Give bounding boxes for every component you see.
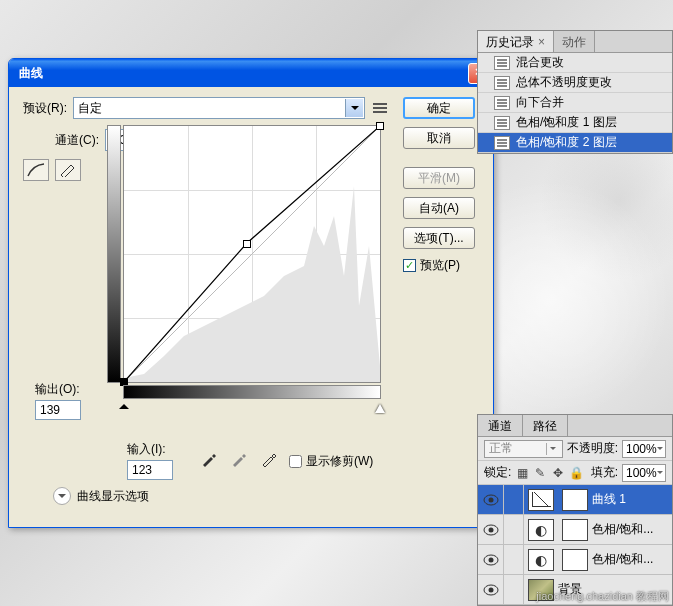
history-item[interactable]: 向下合并 [478, 93, 672, 113]
history-step-icon [494, 96, 510, 110]
curves-graph[interactable] [123, 125, 381, 383]
link-col [504, 545, 524, 574]
visibility-toggle[interactable] [478, 515, 504, 544]
dialog-titlebar[interactable]: 曲线 × [9, 59, 493, 87]
eyedropper-gray-icon[interactable] [229, 449, 249, 469]
expand-icon[interactable] [53, 487, 71, 505]
preview-label: 预览(P) [420, 257, 460, 274]
link-col [504, 485, 524, 514]
link-col [504, 515, 524, 544]
fill-label: 填充: [591, 464, 618, 481]
curves-dialog: 曲线 × 预设(R): 自定 通道(C): RGB [8, 58, 494, 528]
layer-thumb-icon [528, 579, 554, 601]
layer-name: 色相/饱和... [592, 551, 672, 568]
input-block: 输入(I): 123 [127, 441, 191, 480]
history-step-icon [494, 136, 510, 150]
chevron-down-icon [345, 99, 363, 117]
layer-item[interactable]: 曲线 1 [478, 485, 672, 515]
layer-thumb-icon [528, 519, 554, 541]
svg-point-2 [488, 497, 493, 502]
tab-actions[interactable]: 动作 [554, 31, 595, 52]
layer-thumb-icon [528, 489, 554, 511]
layer-item[interactable]: 色相/饱和... [478, 545, 672, 575]
black-point-slider[interactable] [119, 399, 129, 409]
output-gradient [107, 125, 121, 383]
history-item[interactable]: 色相/饱和度 1 图层 [478, 113, 672, 133]
layer-mask-icon [562, 549, 588, 571]
smooth-button: 平滑(M) [403, 167, 475, 189]
curve-tool-icon[interactable] [23, 159, 49, 181]
cancel-button[interactable]: 取消 [403, 127, 475, 149]
close-icon[interactable]: × [538, 35, 545, 49]
visibility-toggle[interactable] [478, 575, 504, 604]
white-point-slider[interactable] [375, 399, 385, 413]
eyedropper-white-icon[interactable] [259, 449, 279, 469]
input-gradient [123, 385, 381, 399]
visibility-toggle[interactable] [478, 485, 504, 514]
history-step-icon [494, 76, 510, 90]
layer-name: 曲线 1 [592, 491, 672, 508]
input-label: 输入(I): [127, 441, 191, 458]
ok-button[interactable]: 确定 [403, 97, 475, 119]
fill-input[interactable]: 100% [622, 464, 666, 482]
layer-mask-icon [562, 489, 588, 511]
history-step-icon [494, 116, 510, 130]
history-item[interactable]: 总体不透明度更改 [478, 73, 672, 93]
expand-label: 曲线显示选项 [77, 488, 149, 505]
layer-thumb-icon [528, 549, 554, 571]
layer-name: 背景 [558, 581, 672, 598]
curve-line [124, 126, 380, 382]
lock-move-icon[interactable]: ✥ [551, 466, 565, 480]
history-step-icon [494, 56, 510, 70]
visibility-toggle[interactable] [478, 545, 504, 574]
show-clipping-checkbox[interactable] [289, 455, 302, 468]
lock-transparent-icon[interactable]: ▦ [515, 466, 529, 480]
history-item-label: 向下合并 [516, 94, 564, 111]
svg-point-8 [488, 587, 493, 592]
history-item-label: 混合更改 [516, 54, 564, 71]
output-block: 输出(O): 139 [35, 381, 99, 420]
eyedropper-black-icon[interactable] [199, 449, 219, 469]
preset-label: 预设(R): [23, 100, 67, 117]
opacity-input[interactable]: 100% [622, 440, 666, 458]
output-input[interactable]: 139 [35, 400, 81, 420]
dialog-title: 曲线 [19, 65, 468, 82]
link-col [504, 575, 524, 604]
svg-point-4 [488, 527, 493, 532]
history-item-label: 色相/饱和度 1 图层 [516, 114, 617, 131]
curve-point[interactable] [243, 240, 251, 248]
show-clipping-label: 显示修剪(W) [306, 453, 373, 470]
opacity-label: 不透明度: [567, 440, 618, 457]
input-input[interactable]: 123 [127, 460, 173, 480]
preset-menu-icon[interactable] [371, 99, 389, 117]
history-item[interactable]: 混合更改 [478, 53, 672, 73]
tab-channels[interactable]: 通道 [478, 415, 523, 436]
channel-label: 通道(C): [55, 132, 99, 149]
preset-select[interactable]: 自定 [73, 97, 365, 119]
history-panel: 历史记录× 动作 混合更改总体不透明度更改向下合并色相/饱和度 1 图层色相/饱… [477, 30, 673, 154]
pencil-tool-icon[interactable] [55, 159, 81, 181]
layer-item[interactable]: 色相/饱和... [478, 515, 672, 545]
preset-value: 自定 [78, 100, 102, 117]
history-item-label: 总体不透明度更改 [516, 74, 612, 91]
auto-button[interactable]: 自动(A) [403, 197, 475, 219]
layer-name: 色相/饱和... [592, 521, 672, 538]
layer-mask-icon [562, 519, 588, 541]
blend-mode-select[interactable]: 正常 [484, 440, 563, 458]
tab-history[interactable]: 历史记录× [478, 31, 554, 52]
layer-item[interactable]: 背景 [478, 575, 672, 605]
history-item[interactable]: 色相/饱和度 2 图层 [478, 133, 672, 153]
output-label: 输出(O): [35, 381, 99, 398]
svg-point-6 [488, 557, 493, 562]
preview-checkbox[interactable]: ✓ [403, 259, 416, 272]
svg-line-0 [124, 126, 380, 382]
history-item-label: 色相/饱和度 2 图层 [516, 134, 617, 151]
lock-all-icon[interactable]: 🔒 [569, 466, 583, 480]
tab-paths[interactable]: 路径 [523, 415, 568, 436]
layers-panel: 通道 路径 正常 不透明度: 100% 锁定: ▦ ✎ ✥ 🔒 填充: 100%… [477, 414, 673, 606]
options-button[interactable]: 选项(T)... [403, 227, 475, 249]
lock-label: 锁定: [484, 464, 511, 481]
curve-endpoint-white[interactable] [376, 122, 384, 130]
lock-brush-icon[interactable]: ✎ [533, 466, 547, 480]
